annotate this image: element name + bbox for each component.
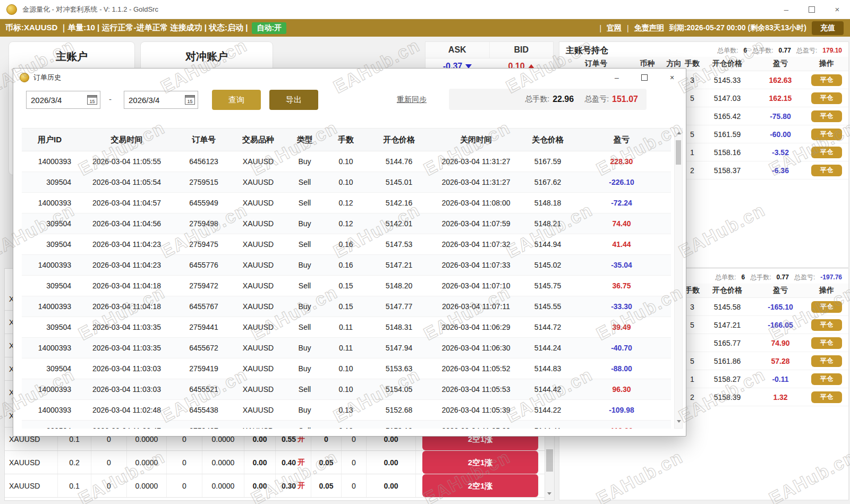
hedge-account-title: 对冲账户 (141, 49, 273, 64)
resync-link[interactable]: 重新同步 (397, 95, 427, 105)
column-header: 开仓价格 (699, 286, 756, 295)
trade-time-cell: 2026-03-04 11:04:56 (78, 219, 176, 228)
official-site-link[interactable]: 官网 (607, 23, 622, 33)
pnl-cell: 96.30 (574, 385, 669, 394)
close-price-cell: 5144.83 (521, 364, 574, 373)
type-cell: Sell (285, 323, 325, 331)
grid-action-cell: 2空1涨 (416, 474, 545, 497)
modal-scrollbar-thumb[interactable] (676, 140, 681, 165)
main-titlebar: 金源量化 - 对冲套利系统 - V: 1.1.2 - GoldSrc – × (0, 0, 850, 19)
calendar-day: 15 (89, 99, 95, 104)
status-toolbar: 币标:XAUUSD ｜单量:10 | 运行正常-进单正常 连接成功 | 状态:启… (0, 19, 850, 37)
lots-cell: 1 (686, 375, 699, 383)
modal-scrollbar[interactable] (674, 128, 683, 429)
modal-maximize-icon[interactable] (631, 69, 658, 87)
open-link[interactable]: 开 (298, 458, 305, 467)
order-number-cell: 2759515 (176, 178, 232, 186)
modal-title: 订单历史 (33, 73, 61, 82)
grid-row: XAUUSD0.100.000000.00000.000.30开0.0500.0… (5, 474, 545, 498)
close-position-button[interactable]: 平仓 (811, 92, 842, 104)
modal-pnl-total: 151.07 (612, 95, 638, 104)
open-price-cell: 5158.39 (699, 393, 756, 402)
column-header: 方向 (662, 59, 686, 69)
modal-lots-total: 22.96 (552, 95, 574, 104)
symbol-cell: XAUUSD (232, 178, 285, 186)
close-position-button[interactable]: 平仓 (811, 165, 842, 176)
type-cell: Sell (285, 178, 325, 186)
column-header: 交易时间 (78, 135, 176, 145)
close-position-button[interactable]: 平仓 (811, 110, 842, 122)
close-time-cell: 2026-03-04 11:31:27 (431, 178, 521, 186)
close-price-cell: 5144.72 (521, 323, 574, 331)
order-row: 140003932026-03-04 11:04:186455767XAUUSD… (22, 296, 671, 317)
order-number-cell: 2759498 (176, 219, 232, 228)
grid-value-cell: 0.00 (367, 474, 416, 497)
column-header: 开仓价格 (367, 135, 431, 145)
close-position-button[interactable]: 平仓 (811, 373, 842, 385)
lots-cell: 1 (686, 148, 699, 157)
scroll-down-icon[interactable] (547, 492, 551, 495)
two-short-one-rise-button[interactable]: 2空1涨 (422, 451, 539, 474)
modal-lots-label: 总手数: (525, 95, 549, 104)
minimize-icon[interactable]: – (774, 0, 799, 19)
close-position-button[interactable]: 平仓 (811, 337, 842, 349)
order-row: 140003932026-03-04 11:03:356455672XAUUSD… (22, 338, 671, 358)
close-position-button[interactable]: 平仓 (811, 319, 842, 331)
date-range-separator: - (109, 95, 112, 104)
close-position-button[interactable]: 平仓 (811, 301, 842, 313)
calendar-icon[interactable]: 15 (185, 95, 195, 105)
symbol-cell: XAUUSD (232, 240, 285, 249)
open-price-cell: 5158.37 (699, 166, 756, 175)
pnl-cell: 74.40 (574, 219, 669, 228)
modal-close-icon[interactable]: × (658, 69, 686, 87)
pnl-cell: -226.10 (574, 178, 669, 186)
disclaimer-link[interactable]: 免责声明 (634, 23, 664, 33)
close-position-button[interactable]: 平仓 (811, 129, 842, 140)
maximize-icon[interactable] (799, 0, 824, 19)
order-number-cell: 6455776 (176, 261, 232, 269)
open-price-cell: 5148.31 (367, 323, 431, 331)
scroll-down-icon[interactable] (677, 420, 681, 423)
toolbar-right: | 官网 | 免责声明 到期:2026-05-27 00:00 (剩余83天13… (599, 21, 844, 35)
lots-total: 0.77 (777, 274, 789, 281)
lots-cell: 0.10 (325, 364, 367, 373)
user-id-cell: 14000393 (22, 199, 78, 207)
lots-cell: 0.16 (325, 261, 367, 269)
close-icon[interactable]: × (824, 0, 850, 19)
open-price-cell: 5153.13 (367, 426, 431, 429)
recharge-button[interactable]: 充值 (812, 21, 844, 35)
date-from-input[interactable]: 2026/3/4 15 (26, 91, 100, 109)
order-history-modal: 订单历史 – × 2026/3/4 15 - 2026/3/4 15 查询 导出… (13, 68, 686, 437)
query-button[interactable]: 查询 (212, 90, 261, 110)
close-position-button[interactable]: 平仓 (811, 355, 842, 367)
order-row: 140003932026-03-04 11:04:576455949XAUUSD… (22, 193, 671, 213)
date-to-input[interactable]: 2026/3/4 15 (124, 91, 198, 109)
column-header: 用户ID (22, 135, 78, 145)
close-position-button[interactable]: 平仓 (811, 391, 842, 403)
close-position-button[interactable]: 平仓 (811, 74, 842, 86)
close-position-button[interactable]: 平仓 (811, 147, 842, 158)
auto-toggle-badge[interactable]: 自动:开 (252, 22, 286, 34)
type-cell: Buy (285, 406, 325, 414)
order-row: 140003932026-03-04 11:04:236455776XAUUSD… (22, 255, 671, 276)
app-logo-coin-icon (6, 4, 17, 15)
pnl-cell: -60.00 (756, 130, 805, 139)
action-cell: 平仓 (805, 129, 848, 140)
scroll-up-icon[interactable] (677, 132, 681, 134)
two-short-one-rise-button[interactable]: 2空1涨 (422, 474, 539, 497)
export-button[interactable]: 导出 (269, 90, 318, 110)
symbol-cell: XAUUSD (5, 451, 58, 474)
lots-cell: 3 (686, 76, 699, 84)
order-row: 3095042026-03-04 11:03:032759419XAUUSDBu… (22, 358, 671, 379)
lots-cell: 2 (686, 166, 699, 175)
modal-toolbar: 2026/3/4 15 - 2026/3/4 15 查询 导出 重新同步 总手数… (13, 87, 686, 119)
modal-minimize-icon[interactable]: – (603, 69, 631, 87)
symbol-cell: XAUUSD (232, 385, 285, 394)
grid-scrollbar-thumb[interactable] (546, 449, 553, 472)
order-number-cell: 6455672 (176, 344, 232, 352)
user-id-cell: 14000393 (22, 406, 78, 414)
trade-time-cell: 2026-03-04 11:05:54 (78, 178, 176, 186)
grid-value-cell: 0 (342, 451, 367, 474)
open-link[interactable]: 开 (298, 481, 305, 491)
calendar-icon[interactable]: 15 (87, 95, 97, 105)
